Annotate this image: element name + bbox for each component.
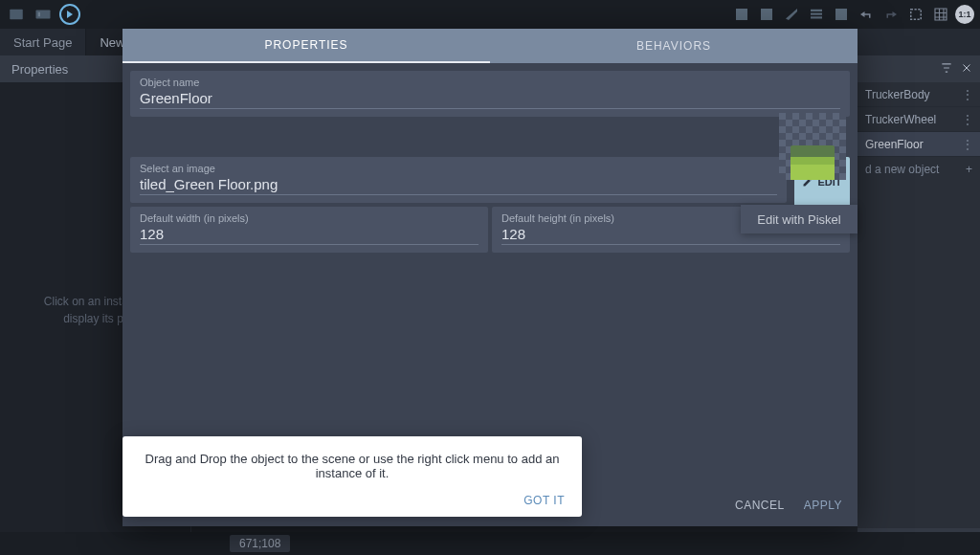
- status-bar: 671;108: [0, 532, 980, 555]
- cursor-coordinates: 671;108: [230, 535, 290, 552]
- zoom-ratio-badge[interactable]: 1:1: [955, 5, 974, 24]
- add-object-label: d a new object: [865, 163, 939, 176]
- onboarding-tooltip: Drag and Drop the object to the scene or…: [122, 436, 582, 517]
- tool-icon-2[interactable]: [756, 5, 777, 24]
- object-label: TruckerWheel: [865, 113, 936, 126]
- select-image-field[interactable]: Select an image: [130, 157, 787, 203]
- image-thumbnail: [779, 113, 846, 180]
- default-width-label: Default width (in pixels): [140, 212, 479, 224]
- object-name-label: Object name: [140, 77, 840, 88]
- default-width-field[interactable]: Default width (in pixels): [130, 207, 488, 253]
- svg-rect-8: [835, 9, 847, 20]
- tool-icon-3[interactable]: [781, 5, 802, 24]
- object-label: GreenFloor: [865, 138, 924, 151]
- object-menu-icon[interactable]: ⋮: [962, 113, 972, 126]
- select-image-label: Select an image: [140, 163, 777, 174]
- edit-with-piskel-tooltip[interactable]: Edit with Piskel: [741, 205, 858, 233]
- tool-icon-1[interactable]: [731, 5, 752, 24]
- svg-rect-2: [38, 12, 40, 17]
- object-menu-icon[interactable]: ⋮: [962, 138, 972, 151]
- object-label: TruckerBody: [865, 88, 930, 101]
- svg-rect-9: [911, 10, 922, 20]
- svg-rect-6: [811, 13, 822, 15]
- tooltip-text: Drag and Drop the object to the scene or…: [140, 452, 565, 480]
- objects-panel-header: [858, 56, 980, 82]
- tool-icon-5[interactable]: [831, 5, 852, 24]
- filter-icon[interactable]: [940, 61, 953, 78]
- svg-rect-0: [10, 10, 23, 20]
- play-button[interactable]: [59, 4, 80, 25]
- default-width-input[interactable]: [140, 226, 479, 242]
- svg-rect-5: [811, 10, 822, 11]
- dialog-tabs: PROPERTIES BEHAVIORS: [122, 29, 858, 63]
- cancel-button[interactable]: CANCEL: [735, 499, 785, 512]
- apply-button[interactable]: APPLY: [804, 499, 842, 512]
- close-panel-icon[interactable]: [961, 62, 972, 77]
- zoom-fit-icon[interactable]: [905, 5, 926, 24]
- svg-rect-3: [736, 9, 747, 20]
- svg-rect-4: [761, 9, 772, 20]
- select-image-input[interactable]: [140, 176, 777, 192]
- tab-start-page[interactable]: Start Page: [0, 29, 86, 56]
- grid-icon[interactable]: [930, 5, 951, 24]
- project-icon[interactable]: [6, 5, 27, 24]
- object-row-greenfloor[interactable]: GreenFloor ⋮: [858, 132, 980, 157]
- object-row-truckerwheel[interactable]: TruckerWheel ⋮: [858, 107, 980, 132]
- plus-icon: +: [966, 163, 972, 176]
- dialog-tab-behaviors[interactable]: BEHAVIORS: [490, 29, 858, 63]
- add-object-row[interactable]: d a new object +: [858, 157, 980, 182]
- object-row-truckerbody[interactable]: TruckerBody ⋮: [858, 82, 980, 107]
- got-it-button[interactable]: GOT IT: [140, 494, 565, 507]
- redo-icon[interactable]: [880, 5, 902, 24]
- dialog-tab-properties[interactable]: PROPERTIES: [122, 29, 490, 63]
- top-toolbar: 1:1: [0, 0, 980, 29]
- objects-panel: TruckerBody ⋮ TruckerWheel ⋮ GreenFloor …: [858, 56, 980, 555]
- undo-icon[interactable]: [856, 5, 877, 24]
- tool-icon-4[interactable]: [806, 5, 827, 24]
- scene-icon[interactable]: [33, 5, 54, 24]
- object-menu-icon[interactable]: ⋮: [962, 88, 972, 101]
- object-name-input[interactable]: [140, 90, 840, 106]
- svg-rect-7: [811, 16, 822, 18]
- object-name-field[interactable]: Object name: [130, 71, 850, 117]
